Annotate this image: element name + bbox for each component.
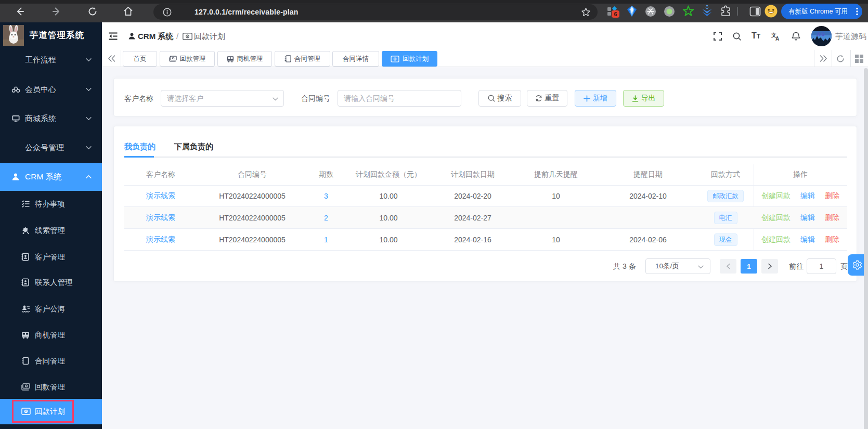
svg-text:A: A — [775, 36, 779, 41]
svg-text:6: 6 — [614, 11, 617, 17]
svg-text:¥: ¥ — [394, 57, 396, 60]
svg-text:文心: 文心 — [816, 32, 825, 36]
